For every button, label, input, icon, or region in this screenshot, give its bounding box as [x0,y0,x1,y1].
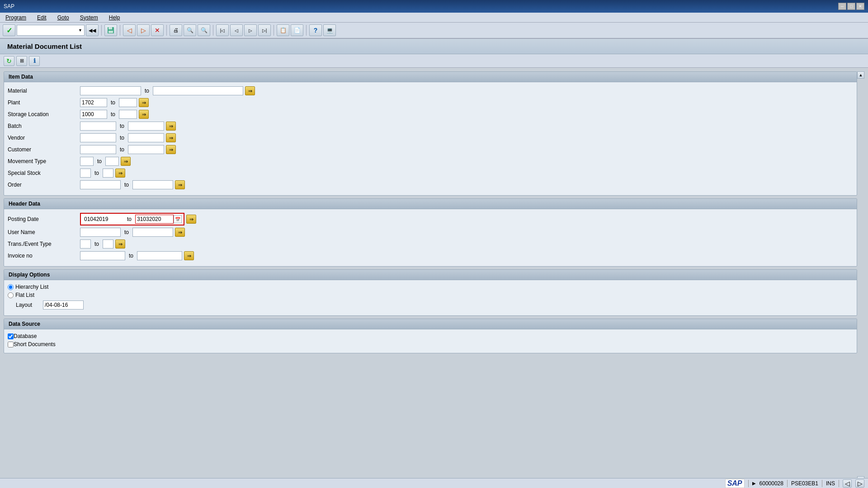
back-button[interactable]: ◁ [123,24,136,36]
material-match-button[interactable]: ⇒ [245,86,255,95]
order-label: Order [8,182,80,188]
prev-page-button[interactable]: ◁ [230,24,243,36]
save-button[interactable] [104,24,117,36]
user-name-to-input[interactable] [132,228,173,237]
invoice-no-to-input[interactable] [137,251,182,260]
multiple-selection-icon[interactable]: ⊞ [16,56,27,66]
main-content: Item Data Material to ⇒ Plant to [0,68,868,487]
movement-type-from-input[interactable] [80,157,94,166]
execute-button[interactable]: ✓ [3,24,15,36]
material-from-input[interactable] [80,86,141,95]
status-play-button[interactable]: ▶ [752,481,756,486]
vendor-row: Vendor to ⇒ [8,133,853,143]
trans-event-type-to-input[interactable] [103,239,113,249]
special-stock-from-input[interactable] [80,169,91,178]
header-data-header[interactable]: Header Data [4,199,857,209]
separator-5 [274,25,274,36]
customer-to-input[interactable] [128,145,164,154]
info-icon[interactable]: ℹ [29,56,40,66]
user-name-match-button[interactable]: ⇒ [175,228,185,237]
hierarchy-list-radio[interactable] [8,284,14,290]
flat-list-label: Flat List [15,292,34,298]
data-source-header[interactable]: Data Source [4,319,857,329]
data-source-body: Database Short Documents [4,329,857,353]
command-dropdown[interactable]: ▼ [17,25,85,36]
calendar-button[interactable]: 📅 [174,215,182,223]
refresh-icon[interactable]: ↻ [4,56,14,66]
storage-location-from-input[interactable] [80,110,107,119]
data-source-label: Data Source [9,321,40,327]
title-bar: SAP ─ □ ✕ [0,0,868,13]
item-data-label: Item Data [9,74,33,80]
batch-to-input[interactable] [128,122,164,131]
trans-event-type-match-button[interactable]: ⇒ [115,239,125,249]
layout-input[interactable] [43,300,84,310]
next-page-button[interactable]: ▷ [244,24,257,36]
database-checkbox[interactable] [8,333,14,339]
menu-goto[interactable]: Goto [56,14,71,22]
copy-button[interactable]: 📋 [277,24,289,36]
order-to-input[interactable] [132,180,173,189]
find-button[interactable]: 🔍 [184,24,196,36]
flat-list-radio[interactable] [8,292,14,298]
maximize-button[interactable]: □ [847,3,855,10]
command-input[interactable] [19,27,78,33]
plant-to-input[interactable] [119,98,137,107]
movement-type-to-input[interactable] [105,157,119,166]
material-to-input[interactable] [153,86,243,95]
invoice-no-from-input[interactable] [80,251,125,260]
batch-from-input[interactable] [80,122,116,131]
paste-button[interactable]: 📄 [291,24,303,36]
plant-from-input[interactable] [80,98,107,107]
order-to-label: to [124,182,129,188]
invoice-no-match-button[interactable]: ⇒ [184,251,194,260]
vendor-from-input[interactable] [80,133,116,142]
status-next-button[interactable]: ▷ [855,479,864,488]
batch-match-button[interactable]: ⇒ [166,122,176,131]
posting-date-to-input[interactable] [135,215,174,224]
order-match-button[interactable]: ⇒ [175,180,185,189]
status-prev-button[interactable]: ◁ [843,479,852,488]
customer-row: Customer to ⇒ [8,145,853,155]
menu-system[interactable]: System [78,14,100,22]
posting-date-match-button[interactable]: ⇒ [186,215,196,224]
storage-location-to-input[interactable] [119,110,137,119]
batch-row: Batch to ⇒ [8,121,853,131]
find-next-button[interactable]: 🔍 [198,24,210,36]
customer-match-button[interactable]: ⇒ [166,145,176,154]
customer-from-input[interactable] [80,145,116,154]
sap-area: SAP [725,479,745,488]
nav-first-button[interactable]: ◀◀ [86,24,99,36]
movement-type-match-button[interactable]: ⇒ [121,157,131,166]
menu-program[interactable]: Program [4,14,28,22]
settings-button[interactable]: 💻 [323,24,336,36]
posting-date-highlighted: to 📅 [80,213,184,225]
short-documents-checkbox[interactable] [8,342,14,347]
minimize-button[interactable]: ─ [838,3,846,10]
special-stock-to-input[interactable] [103,169,113,178]
scroll-up-button[interactable]: ▲ [857,71,864,79]
vendor-match-button[interactable]: ⇒ [166,133,176,142]
close-button[interactable]: ✕ [856,3,864,10]
user-name-to-label: to [124,229,129,235]
display-options-header[interactable]: Display Options [4,270,857,280]
item-data-header[interactable]: Item Data [4,72,857,82]
storage-location-match-button[interactable]: ⇒ [139,110,149,119]
vendor-to-input[interactable] [128,133,164,142]
forward-button[interactable]: ▷ [137,24,150,36]
storage-location-row: Storage Location to ⇒ [8,109,853,119]
plant-match-button[interactable]: ⇒ [139,98,149,107]
help-button[interactable]: ? [309,24,322,36]
hierarchy-list-row: Hierarchy List [8,284,853,290]
menu-edit[interactable]: Edit [35,14,48,22]
user-name-from-input[interactable] [80,228,121,237]
order-from-input[interactable] [80,180,121,189]
trans-event-type-from-input[interactable] [80,239,91,249]
stop-button[interactable]: ✕ [151,24,164,36]
last-page-button[interactable]: ▷| [258,24,271,36]
special-stock-match-button[interactable]: ⇒ [115,169,125,178]
posting-date-from-input[interactable] [83,215,123,224]
print-button[interactable]: 🖨 [170,24,182,36]
menu-help[interactable]: Help [107,14,122,22]
first-page-button[interactable]: |◁ [216,24,229,36]
